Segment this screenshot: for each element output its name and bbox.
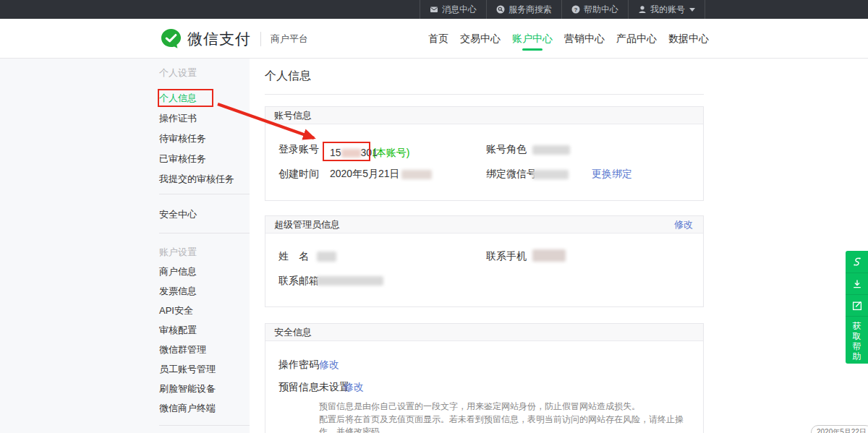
name-label: 姓 名 xyxy=(278,250,309,263)
description-line: 预留信息是由你自己设置的一段文字，用来鉴定网站身份，防止假冒网站造成损失。 xyxy=(319,400,695,413)
sidebar-item-merchant-terminal[interactable]: 微信商户终端 xyxy=(159,398,250,418)
help-float-widget: 获取帮助 xyxy=(846,251,868,364)
download-icon xyxy=(851,278,863,290)
sidebar-item-face-device[interactable]: 刷脸智能设备 xyxy=(159,379,250,398)
my-account-item[interactable]: 我的账号 xyxy=(628,0,705,19)
mail-icon xyxy=(430,5,438,14)
reserved-info-label: 预留信息 xyxy=(278,381,319,394)
sidebar-item-invoice-info[interactable]: 发票信息 xyxy=(159,281,250,301)
date-tooltip: 2020年5月22日 xyxy=(811,425,868,433)
rebind-wechat-link[interactable]: 更换绑定 xyxy=(592,168,632,181)
super-admin-section: 超级管理员信息修改 姓 名 联系手机 联系邮箱 xyxy=(265,215,704,307)
security-info-header: 安全信息 xyxy=(265,324,703,341)
account-role-label: 账号角色 xyxy=(486,143,527,156)
nav-data-center[interactable]: 数据中心 xyxy=(668,19,709,59)
masked-value xyxy=(341,149,361,158)
sidebar-item-my-submitted-tasks[interactable]: 我提交的审核任务 xyxy=(159,169,250,189)
message-center-label: 消息中心 xyxy=(442,4,477,16)
my-account-label: 我的账号 xyxy=(650,4,685,16)
masked-value xyxy=(532,249,566,262)
create-time-value: 2020年5月21日 xyxy=(330,168,432,181)
question-icon: ? xyxy=(571,5,580,14)
sidebar-item-reviewed-tasks[interactable]: 已审核任务 xyxy=(159,149,250,168)
login-account-value: 15301 xyxy=(330,147,378,158)
reserved-info-description: 预留信息是由你自己设置的一段文字，用来鉴定网站身份，防止假冒网站造成损失。 配置… xyxy=(319,400,695,433)
bind-wechat-label: 绑定微信号 xyxy=(486,168,537,181)
brand-name: 微信支付 xyxy=(187,29,251,49)
create-time-label: 创建时间 xyxy=(278,168,319,181)
nav-home[interactable]: 首页 xyxy=(428,19,448,59)
service-link-icon xyxy=(851,256,863,267)
sidebar-item-operation-cert[interactable]: 操作证书 xyxy=(159,108,250,128)
nav-trade-center[interactable]: 交易中心 xyxy=(460,19,501,59)
title-divider xyxy=(265,94,704,95)
operation-password-label: 操作密码 xyxy=(278,359,319,372)
main-content: 个人信息 账号信息 登录账号 15301 (本账号) 账号角色 创建时间 202… xyxy=(250,59,868,433)
message-center-item[interactable]: 消息中心 xyxy=(420,0,486,19)
user-icon xyxy=(638,5,647,14)
masked-value xyxy=(532,170,569,179)
sidebar: 个人设置 个人信息 操作证书 待审核任务 已审核任务 我提交的审核任务 安全中心… xyxy=(0,59,250,433)
page-title: 个人信息 xyxy=(265,69,311,84)
super-admin-header: 超级管理员信息修改 xyxy=(265,216,703,233)
sidebar-item-review-config[interactable]: 审核配置 xyxy=(159,320,250,340)
top-utility-bar: 消息中心 服务商搜索 ? 帮助中心 我的账号 xyxy=(0,0,868,19)
masked-value xyxy=(317,252,336,262)
primary-nav: 首页 交易中心 账户中心 营销中心 产品中心 数据中心 xyxy=(417,19,709,59)
brand-area[interactable]: 微信支付 商户平台 xyxy=(161,19,308,59)
nav-account-center[interactable]: 账户中心 xyxy=(512,19,553,59)
password-modify-link[interactable]: 修改 xyxy=(319,359,339,372)
current-account-tag: (本账号) xyxy=(373,147,409,160)
edit-icon xyxy=(851,300,863,312)
nav-product-center[interactable]: 产品中心 xyxy=(616,19,657,59)
get-help-button[interactable]: 获取帮助 xyxy=(846,316,868,364)
masked-value xyxy=(317,276,383,286)
sidebar-item-api-security[interactable]: API安全 xyxy=(159,301,250,320)
login-account-label: 登录账号 xyxy=(278,143,319,156)
admin-modify-link[interactable]: 修改 xyxy=(674,216,693,233)
sidebar-item-merchant-info[interactable]: 商户信息 xyxy=(159,262,250,281)
top-utility-group: 消息中心 服务商搜索 ? 帮助中心 我的账号 xyxy=(420,0,705,19)
get-help-label: 获取帮助 xyxy=(852,321,861,361)
contact-phone-label: 联系手机 xyxy=(486,250,527,263)
description-line: 配置后将在首页及充值页面显示。若未看到预留信息，表明当前访问的网站存在风险，请终… xyxy=(319,413,695,433)
security-info-section: 安全信息 操作密码 修改 预留信息 未设置 修改 预留信息是由你自己设置的一段文… xyxy=(265,323,704,433)
provider-search-label: 服务商搜索 xyxy=(509,4,552,16)
masked-value xyxy=(532,145,570,155)
svg-text:?: ? xyxy=(574,7,578,13)
chevron-down-icon xyxy=(689,8,695,12)
download-button[interactable] xyxy=(846,273,868,294)
search-icon xyxy=(496,5,505,14)
nav-marketing-center[interactable]: 营销中心 xyxy=(564,19,605,59)
account-info-section: 账号信息 登录账号 15301 (本账号) 账号角色 创建时间 2020年5月2… xyxy=(265,106,704,201)
sidebar-header-account-settings: 账户设置 xyxy=(159,242,250,262)
sidebar-header-personal-settings: 个人设置 xyxy=(159,63,250,82)
feedback-button[interactable] xyxy=(846,294,868,316)
sidebar-divider xyxy=(159,425,250,426)
contact-email-label: 联系邮箱 xyxy=(278,275,319,288)
reserved-modify-link[interactable]: 修改 xyxy=(344,381,364,394)
main-header: 微信支付 商户平台 首页 交易中心 账户中心 营销中心 产品中心 数据中心 xyxy=(0,19,868,59)
provider-search-item[interactable]: 服务商搜索 xyxy=(486,0,561,19)
sidebar-divider xyxy=(159,194,250,194)
sidebar-item-staff-account-mgmt[interactable]: 员工账号管理 xyxy=(159,359,250,379)
sidebar-divider xyxy=(159,233,250,233)
help-center-item[interactable]: ? 帮助中心 xyxy=(561,0,628,19)
sidebar-item-wechat-group-mgmt[interactable]: 微信群管理 xyxy=(159,340,250,359)
sidebar-item-security-center[interactable]: 安全中心 xyxy=(159,205,250,224)
portal-name: 商户平台 xyxy=(271,33,308,46)
sidebar-item-personal-info[interactable]: 个人信息 xyxy=(159,88,250,108)
help-center-label: 帮助中心 xyxy=(584,4,618,16)
account-info-header: 账号信息 xyxy=(265,107,703,124)
masked-value xyxy=(401,170,432,179)
brand-divider xyxy=(260,32,261,46)
service-link-button[interactable] xyxy=(846,251,868,273)
wechat-pay-merchant-portal: 消息中心 服务商搜索 ? 帮助中心 我的账号 微信支付 xyxy=(0,0,868,433)
sidebar-item-pending-tasks[interactable]: 待审核任务 xyxy=(159,129,250,148)
wechat-pay-logo-icon xyxy=(161,28,182,49)
